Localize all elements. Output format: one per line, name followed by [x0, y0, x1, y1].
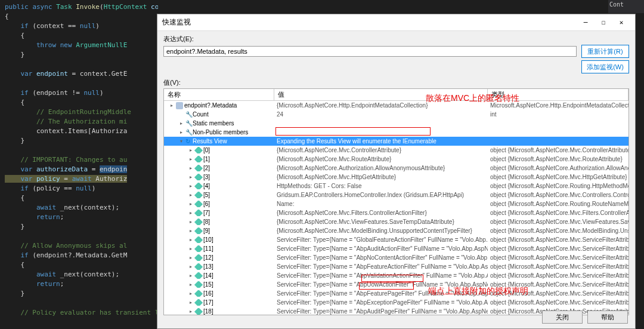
expander-icon[interactable]: ▸ [188, 219, 194, 225]
expander-icon[interactable]: ▸ [188, 192, 194, 198]
minimize-button[interactable]: ─ [577, 17, 595, 29]
row-type: object {Microsoft.AspNetCore.Mvc.Control… [488, 192, 628, 198]
property-icon [194, 183, 203, 189]
row-name: [5] [203, 192, 210, 198]
row-value: ServiceFilter: Type={Name = "AbpFeatureA… [274, 263, 488, 270]
maximize-button[interactable]: ☐ [595, 17, 612, 29]
table-row[interactable]: ▸[14]ServiceFilter: Type={Name = "AbpVal… [164, 271, 628, 280]
row-value: {Microsoft.AspNetCore.Mvc.ControllerAttr… [274, 147, 488, 153]
row-name: [9] [203, 227, 210, 234]
table-row[interactable]: ▸[4]HttpMethods: GET - Cors: Falseobject… [164, 182, 628, 190]
table-body[interactable]: ▸endpoint?.Metadata{Microsoft.AspNetCore… [164, 101, 628, 315]
row-type: object {Microsoft.AspNetCore.Mvc.Service… [488, 254, 628, 261]
expander-icon[interactable]: ▸ [188, 246, 194, 251]
row-value: {Microsoft.AspNetCore.Authorization.Allo… [274, 165, 488, 171]
table-row[interactable]: ▸[5]Gridsum.EAP.Controllers.HomeControll… [164, 190, 628, 199]
row-type: object {Microsoft.AspNetCore.Mvc.Service… [488, 281, 628, 288]
table-row[interactable]: ▸[7]{Microsoft.AspNetCore.Mvc.Filters.Co… [164, 208, 628, 217]
table-row[interactable]: ▸[2]{Microsoft.AspNetCore.Authorization.… [164, 164, 628, 173]
table-row[interactable]: ▸[1]{Microsoft.AspNetCore.Mvc.RouteAttri… [164, 155, 628, 164]
expander-icon[interactable]: ▸ [188, 264, 194, 269]
value-label: 值(V): [163, 78, 629, 87]
expression-input[interactable] [163, 46, 577, 57]
table-row[interactable]: ▸[6]Name:object {Microsoft.AspNetCore.Ro… [164, 199, 628, 208]
expander-icon[interactable]: ▸ [188, 156, 194, 162]
table-row[interactable]: ▸[3]{Microsoft.AspNetCore.Mvc.HttpGetAtt… [164, 173, 628, 182]
titlebar[interactable]: 快速监视 ─ ☐ ✕ [157, 14, 635, 31]
help-button[interactable]: 帮助 [587, 310, 628, 324]
row-name: [16] [203, 290, 213, 297]
table-row[interactable]: ▸[8]{Microsoft.AspNetCore.Mvc.ViewFeatur… [164, 217, 628, 226]
close-dialog-button[interactable]: 关闭 [542, 310, 583, 324]
expander-icon[interactable]: ▸ [188, 237, 194, 242]
property-icon [194, 165, 203, 171]
expander-icon[interactable]: ▸ [188, 183, 194, 189]
table-row[interactable]: ▸[9]{Microsoft.AspNetCore.Mvc.ModelBindi… [164, 226, 628, 235]
table-row[interactable]: ▸[12]ServiceFilter: Type={Name = "AbpNoC… [164, 253, 628, 262]
close-button[interactable]: ✕ [612, 17, 630, 29]
row-value: Gridsum.EAP.Controllers.HomeController.I… [274, 192, 488, 198]
expander-icon[interactable]: ▸ [178, 121, 184, 126]
expander-icon[interactable]: ▸ [188, 255, 194, 260]
property-icon [194, 147, 203, 153]
expander-icon[interactable]: ▸ [188, 174, 194, 180]
column-type[interactable]: 类型 [488, 89, 628, 100]
table-row[interactable]: ▸🔧Static members [164, 119, 628, 128]
row-type: object {Microsoft.AspNetCore.Mvc.Service… [488, 299, 628, 306]
expander-icon[interactable]: ▸ [188, 201, 194, 207]
wrench-icon: 🔧 [185, 111, 191, 118]
expression-label: 表达式(E): [163, 35, 629, 44]
row-type: int [488, 111, 628, 118]
row-value: Expanding the Results View will enumerat… [274, 138, 488, 144]
table-row[interactable]: ▸🔧Non-Public members [164, 128, 628, 137]
row-value: {Microsoft.AspNetCore.Http.EndpointMetad… [274, 102, 488, 109]
property-icon [194, 299, 203, 306]
column-name[interactable]: 名称 [164, 89, 274, 100]
row-name: [17] [203, 299, 213, 306]
add-watch-button[interactable]: 添加监视(W) [581, 60, 629, 73]
row-type: object {Microsoft.AspNetCore.Routing.Rou… [488, 201, 628, 207]
expander-icon[interactable]: ▸ [188, 228, 194, 233]
property-icon [194, 210, 203, 216]
property-icon [194, 308, 203, 315]
row-name: endpoint?.Metadata [184, 102, 237, 109]
table-row[interactable]: ▾↻Results ViewExpanding the Results View… [164, 137, 628, 146]
table-row[interactable]: ▸[11]ServiceFilter: Type={Name = "AbpAud… [164, 244, 628, 253]
table-row[interactable]: ▸[0]{Microsoft.AspNetCore.Mvc.Controller… [164, 146, 628, 155]
expander-icon[interactable]: ▸ [188, 309, 194, 314]
expander-icon[interactable]: ▸ [188, 210, 194, 216]
row-value: ServiceFilter: Type={Name = "AbpAuditPag… [274, 308, 488, 315]
code-editor[interactable]: public async Task Invoke(HttpContext con… [0, 0, 158, 329]
row-name: Results View [193, 138, 227, 144]
expander-icon[interactable]: ▾ [178, 139, 184, 144]
expander-icon[interactable]: ▸ [188, 282, 194, 287]
table-row[interactable]: 🔧Count24int [164, 110, 628, 119]
expander-icon[interactable]: ▸ [188, 147, 194, 153]
expander-icon[interactable]: ▸ [188, 273, 194, 278]
row-name: [2] [203, 165, 210, 171]
table-row[interactable]: ▸[15]ServiceFilter: Type={Name = "AbpUow… [164, 280, 628, 289]
row-value: ServiceFilter: Type={Name = "AbpFeatureP… [274, 290, 488, 297]
table-row[interactable]: ▸[10]ServiceFilter: Type={Name = "Global… [164, 235, 628, 244]
table-row[interactable]: ▸[17]ServiceFilter: Type={Name = "AbpExc… [164, 298, 628, 307]
property-icon [194, 272, 203, 279]
column-value[interactable]: 值 [274, 89, 488, 100]
table-row[interactable]: ▸[16]ServiceFilter: Type={Name = "AbpFea… [164, 289, 628, 298]
table-row[interactable]: ▸[13]ServiceFilter: Type={Name = "AbpFea… [164, 262, 628, 271]
expander-icon[interactable]: ▸ [188, 300, 194, 305]
row-type: object {Microsoft.AspNetCore.Mvc.ViewFea… [488, 219, 628, 225]
row-name: [3] [203, 174, 210, 180]
row-type: object {Microsoft.AspNetCore.Mvc.Filters… [488, 210, 628, 216]
row-value: Name: [274, 201, 488, 207]
row-name: [8] [203, 219, 210, 225]
recalculate-button[interactable]: 重新计算(R) [581, 45, 629, 58]
quickwatch-dialog: 快速监视 ─ ☐ ✕ 表达式(E): 重新计算(R) 添加监视(W) 值(V):… [157, 14, 636, 329]
expander-icon[interactable]: ▸ [178, 130, 184, 135]
expander-icon[interactable]: ▸ [169, 103, 175, 108]
expander-icon[interactable]: ▸ [188, 165, 194, 171]
row-type: object {Microsoft.AspNetCore.Authorizati… [488, 165, 628, 171]
solution-explorer-fragment: Cont [608, 0, 644, 13]
table-row[interactable]: ▸endpoint?.Metadata{Microsoft.AspNetCore… [164, 101, 628, 110]
row-type: object {Microsoft.AspNetCore.Mvc.Service… [488, 263, 628, 270]
expander-icon[interactable]: ▸ [188, 291, 194, 296]
